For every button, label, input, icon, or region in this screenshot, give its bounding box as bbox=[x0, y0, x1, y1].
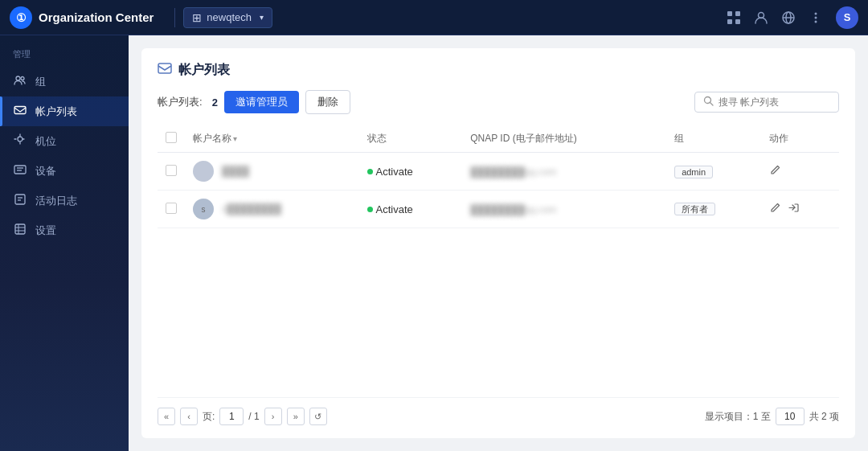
org-selector[interactable]: ⊞ newqtech ▾ bbox=[183, 7, 272, 28]
sidebar-item-label: 活动日志 bbox=[35, 194, 77, 208]
user-icon[interactable] bbox=[754, 10, 768, 25]
page-size-input[interactable] bbox=[776, 408, 805, 425]
th-qnap-id: QNAP ID (电子邮件地址) bbox=[462, 125, 666, 153]
total-items-label: 共 2 项 bbox=[809, 410, 839, 424]
th-action: 动作 bbox=[761, 125, 839, 153]
table-row: s s████████ Activate bbox=[158, 191, 839, 228]
svg-rect-25 bbox=[158, 64, 171, 73]
chevron-down-icon: ▾ bbox=[260, 13, 264, 22]
th-checkbox bbox=[158, 125, 185, 153]
row2-actions bbox=[769, 202, 831, 216]
count-label: 帐户列表: bbox=[158, 95, 203, 109]
row1-checkbox-cell bbox=[158, 153, 185, 191]
show-items-label: 显示项目：1 至 bbox=[705, 410, 771, 424]
globe-icon[interactable] bbox=[781, 10, 796, 25]
search-box bbox=[694, 92, 839, 113]
sidebar-item-label: 设置 bbox=[35, 223, 56, 238]
sidebar-item-site[interactable]: 机位 bbox=[0, 126, 129, 156]
total-pages: / 1 bbox=[248, 411, 259, 422]
org-icon: ⊞ bbox=[192, 11, 202, 24]
row2-name: s████████ bbox=[222, 203, 281, 215]
status-dot bbox=[367, 169, 373, 174]
search-icon bbox=[703, 96, 714, 109]
row2-avatar: s bbox=[193, 199, 214, 219]
svg-rect-0 bbox=[727, 11, 732, 16]
row1-actions bbox=[769, 164, 831, 178]
row2-logout-icon[interactable] bbox=[788, 202, 800, 216]
svg-point-8 bbox=[815, 12, 817, 14]
row1-status: Activate bbox=[367, 166, 455, 178]
topbar: ① Organization Center ⊞ newqtech ▾ S bbox=[0, 0, 868, 35]
row2-status-cell: Activate bbox=[359, 191, 463, 228]
device-icon bbox=[13, 163, 27, 178]
sidebar-item-group[interactable]: 组 bbox=[0, 67, 129, 96]
first-page-button[interactable]: « bbox=[158, 408, 175, 425]
prev-page-button[interactable]: ‹ bbox=[180, 408, 198, 425]
row2-group-cell: 所有者 bbox=[666, 191, 761, 228]
row1-action-cell bbox=[761, 153, 839, 191]
row2-checkbox[interactable] bbox=[166, 203, 177, 214]
row1-checkbox[interactable] bbox=[166, 165, 177, 176]
row2-group-tag: 所有者 bbox=[674, 203, 715, 215]
sidebar-item-label: 组 bbox=[35, 75, 46, 89]
th-group: 组 bbox=[666, 125, 761, 153]
accounts-table: 帐户名称 ▾ 状态 QNAP ID (电子邮件地址) 组 动作 bbox=[158, 125, 839, 228]
main-layout: 管理 组 帐户列表 机位 设备 bbox=[0, 35, 868, 451]
sidebar: 管理 组 帐户列表 机位 设备 bbox=[0, 35, 129, 451]
sort-icon: ▾ bbox=[233, 134, 237, 143]
last-page-button[interactable]: » bbox=[287, 408, 305, 425]
row2-checkbox-cell bbox=[158, 191, 185, 228]
row2-edit-icon[interactable] bbox=[769, 202, 781, 216]
search-input[interactable] bbox=[719, 96, 823, 108]
row2-action-cell bbox=[761, 191, 839, 228]
svg-rect-18 bbox=[15, 195, 25, 204]
row1-edit-icon[interactable] bbox=[769, 164, 781, 178]
svg-point-10 bbox=[815, 20, 817, 23]
sidebar-item-label: 机位 bbox=[35, 134, 56, 149]
app-logo: ① Organization Center bbox=[10, 6, 154, 29]
sidebar-item-settings[interactable]: 设置 bbox=[0, 215, 129, 245]
app-title: Organization Center bbox=[39, 10, 154, 24]
topbar-actions: S bbox=[727, 6, 858, 29]
svg-point-12 bbox=[21, 77, 24, 80]
row2-status-label: Activate bbox=[376, 203, 413, 215]
status-dot bbox=[367, 207, 373, 212]
svg-point-9 bbox=[815, 16, 817, 18]
logo-circle: ① bbox=[10, 6, 32, 29]
grid-icon[interactable] bbox=[727, 10, 741, 25]
page-input[interactable] bbox=[219, 408, 244, 425]
delete-button[interactable]: 删除 bbox=[305, 90, 350, 114]
table-header-row: 帐户名称 ▾ 状态 QNAP ID (电子邮件地址) 组 动作 bbox=[158, 125, 839, 153]
table-row: ████ Activate ████████qq.com bbox=[158, 153, 839, 191]
avatar[interactable]: S bbox=[836, 6, 858, 29]
svg-point-14 bbox=[18, 137, 23, 141]
row2-email-cell: ████████qq.com bbox=[462, 191, 666, 228]
table-body: ████ Activate ████████qq.com bbox=[158, 153, 839, 228]
envelope-icon bbox=[13, 104, 27, 119]
select-all-checkbox[interactable] bbox=[166, 132, 177, 143]
page-label: 页: bbox=[203, 410, 215, 424]
row1-group-cell: admin bbox=[666, 153, 761, 191]
row1-user: ████ bbox=[193, 161, 351, 182]
svg-rect-15 bbox=[14, 166, 26, 174]
svg-line-27 bbox=[710, 103, 714, 106]
next-page-button[interactable]: › bbox=[264, 408, 282, 425]
sidebar-item-accounts[interactable]: 帐户列表 bbox=[0, 96, 129, 126]
row2-name-cell: s s████████ bbox=[185, 191, 359, 228]
row1-avatar bbox=[193, 161, 214, 182]
svg-rect-3 bbox=[735, 19, 740, 24]
row2-email: ████████qq.com bbox=[470, 204, 556, 215]
pagination: « ‹ 页: / 1 › » ↺ 显示项目：1 至 共 2 项 bbox=[158, 397, 839, 425]
svg-point-11 bbox=[16, 76, 20, 80]
invite-admin-button[interactable]: 邀请管理员 bbox=[224, 91, 299, 113]
svg-rect-1 bbox=[735, 11, 740, 16]
refresh-button[interactable]: ↺ bbox=[309, 408, 327, 425]
org-name: newqtech bbox=[207, 11, 252, 23]
row1-group-tag: admin bbox=[674, 166, 713, 178]
more-icon[interactable] bbox=[809, 10, 823, 25]
sidebar-item-activity[interactable]: 活动日志 bbox=[0, 186, 129, 215]
sidebar-item-device[interactable]: 设备 bbox=[0, 156, 129, 186]
th-name: 帐户名称 ▾ bbox=[185, 125, 359, 153]
site-icon bbox=[13, 133, 27, 149]
row2-user: s s████████ bbox=[193, 199, 351, 219]
